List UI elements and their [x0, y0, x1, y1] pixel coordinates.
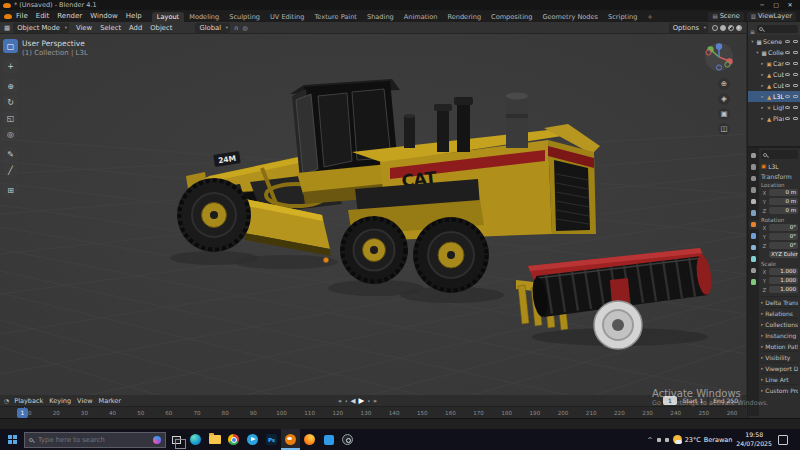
field-value[interactable]: 0 m: [769, 198, 798, 206]
workspace-tab-animation[interactable]: Animation: [399, 12, 443, 22]
properties-tab-constraints[interactable]: [749, 266, 759, 275]
section-viewport-display[interactable]: Viewport Display: [761, 362, 798, 373]
outliner-row-camera[interactable]: ▸▣Camera: [748, 58, 800, 69]
disclosure-icon[interactable]: ▸: [760, 83, 765, 88]
visibility-eye-icon[interactable]: [785, 51, 790, 55]
chrome-taskbar-button[interactable]: [224, 429, 243, 450]
breadcrumb-object-name[interactable]: L3L: [768, 163, 779, 170]
render-visibility-icon[interactable]: [793, 40, 798, 44]
properties-tab-render[interactable]: [749, 163, 759, 172]
viewport-menu-object[interactable]: Object: [146, 24, 176, 32]
timeline-editor-icon[interactable]: [4, 397, 9, 405]
workspace-tab-scripting[interactable]: Scripting: [603, 12, 642, 22]
menu-edit[interactable]: Edit: [32, 12, 54, 20]
action-center-icon[interactable]: [778, 435, 788, 445]
scene-selector[interactable]: Scene: [708, 12, 743, 21]
start-button[interactable]: [0, 429, 24, 450]
outliner-row-cube[interactable]: ▸▲Cube: [748, 69, 800, 80]
render-visibility-icon[interactable]: [793, 62, 798, 66]
render-visibility-icon[interactable]: [793, 106, 798, 110]
current-frame-field[interactable]: 1: [663, 396, 677, 405]
properties-tab-scene[interactable]: [749, 197, 759, 206]
workspace-tab-rendering[interactable]: Rendering: [442, 12, 486, 22]
section-relations[interactable]: Relations: [761, 307, 798, 318]
select-box-tool[interactable]: ▢: [3, 39, 18, 53]
disclosure-icon[interactable]: ▸: [760, 105, 765, 110]
menu-help[interactable]: Help: [122, 12, 146, 20]
visibility-eye-icon[interactable]: [785, 40, 790, 44]
network-icon[interactable]: [657, 438, 661, 442]
visibility-eye-icon[interactable]: [785, 84, 790, 88]
properties-tab-output[interactable]: [749, 174, 759, 183]
viewport-menu-view[interactable]: View: [72, 24, 96, 32]
timeline-ruler[interactable]: 1 10203040506070809010011012013014015016…: [0, 406, 746, 418]
telegram-taskbar-button[interactable]: [243, 429, 262, 450]
solid-shading-icon[interactable]: [720, 25, 726, 31]
taskbar-clock[interactable]: 19:58 24/07/2025: [736, 431, 772, 447]
add-cube-tool[interactable]: ⊞: [3, 183, 18, 197]
workspace-tab-sculpting[interactable]: Sculpting: [224, 12, 265, 22]
field-value[interactable]: 0°: [769, 224, 798, 232]
add-workspace-button[interactable]: +: [642, 12, 658, 22]
file-explorer-taskbar-button[interactable]: [205, 429, 224, 450]
outliner-row-light[interactable]: ▸☀Light: [748, 102, 800, 113]
menu-window[interactable]: Window: [86, 12, 122, 20]
properties-tab-modifiers[interactable]: [749, 232, 759, 241]
transform-tool[interactable]: ◎: [3, 127, 18, 141]
render-visibility-icon[interactable]: [793, 73, 798, 77]
cursor-tool[interactable]: +: [3, 59, 18, 73]
material-shading-icon[interactable]: [728, 25, 734, 31]
play-reverse-button[interactable]: ◀: [351, 397, 356, 405]
taskbar-search-box[interactable]: [24, 432, 166, 448]
outliner-search[interactable]: [757, 25, 798, 33]
menu-file[interactable]: File: [12, 12, 32, 20]
disclosure-icon[interactable]: ▾: [755, 50, 760, 55]
properties-tab-object-data[interactable]: [749, 278, 759, 287]
snap-magnet-icon[interactable]: [234, 24, 238, 32]
viewport-menu-add[interactable]: Add: [125, 24, 146, 32]
taskbar-search-input[interactable]: [36, 435, 150, 445]
navigation-gizmo[interactable]: [704, 42, 734, 76]
close-button[interactable]: ✕: [783, 0, 797, 10]
vscode-taskbar-button[interactable]: [319, 429, 338, 450]
workspace-tab-modeling[interactable]: Modeling: [184, 12, 224, 22]
play-button[interactable]: ▶: [359, 396, 365, 405]
properties-tab-view-layer[interactable]: [749, 186, 759, 195]
outliner-row-scene-collection[interactable]: ▾▦Scene Collection: [748, 36, 800, 47]
workspace-tab-layout[interactable]: Layout: [152, 12, 184, 22]
disclosure-icon[interactable]: ▸: [760, 61, 765, 66]
task-view-button[interactable]: [166, 429, 186, 450]
field-value[interactable]: 0 m: [769, 189, 798, 197]
camera-view-icon[interactable]: ▣: [718, 108, 730, 120]
render-visibility-icon[interactable]: [793, 117, 798, 121]
obs-taskbar-button[interactable]: [338, 429, 357, 450]
visibility-eye-icon[interactable]: [785, 106, 790, 110]
minimize-button[interactable]: ─: [755, 0, 769, 10]
prev-keyframe-button[interactable]: ‹: [345, 397, 348, 405]
jump-to-start-button[interactable]: «: [338, 397, 342, 405]
scene-canvas[interactable]: 24M: [0, 34, 746, 395]
field-value[interactable]: 1.000: [769, 286, 798, 294]
section-motion-paths[interactable]: Motion Paths: [761, 340, 798, 351]
orientation-dropdown[interactable]: Global: [195, 23, 230, 33]
timeline-menu-view[interactable]: View: [74, 397, 95, 405]
section-line-art[interactable]: Line Art: [761, 373, 798, 384]
visibility-eye-icon[interactable]: [785, 62, 790, 66]
render-visibility-icon[interactable]: [793, 95, 798, 99]
disclosure-icon[interactable]: ▸: [760, 72, 765, 77]
timeline-menu-keying[interactable]: Keying: [46, 397, 74, 405]
visibility-eye-icon[interactable]: [785, 95, 790, 99]
section-instancing[interactable]: Instancing: [761, 329, 798, 340]
visibility-eye-icon[interactable]: [785, 117, 790, 121]
properties-tab-object[interactable]: [749, 220, 759, 229]
blender-taskbar-button[interactable]: [281, 429, 300, 450]
field-value[interactable]: 0 m: [769, 207, 798, 215]
workspace-tab-uv-editing[interactable]: UV Editing: [265, 12, 309, 22]
weather-widget[interactable]: 23°C Berawan: [673, 435, 733, 444]
volume-icon[interactable]: [665, 438, 669, 442]
viewport-menu-select[interactable]: Select: [96, 24, 125, 32]
properties-tab-world[interactable]: [749, 209, 759, 218]
disclosure-icon[interactable]: ▾: [750, 39, 755, 44]
zoom-icon[interactable]: ⊕: [718, 78, 730, 90]
timeline-menu-playback[interactable]: Playback: [11, 397, 46, 405]
